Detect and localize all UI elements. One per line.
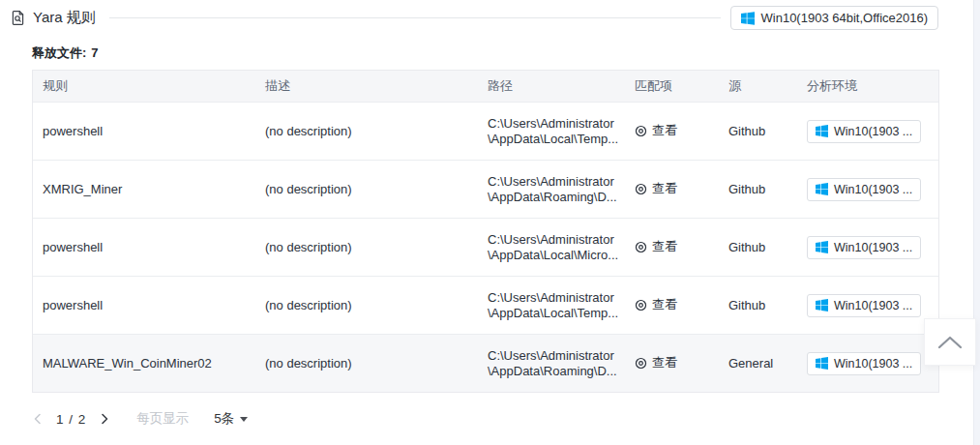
cell-source: Github [728,298,807,312]
view-matches-link[interactable]: 查看 [635,238,677,255]
next-page-button[interactable] [96,409,113,429]
cell-path: C:\Users\Administrator \AppData\Local\Te… [488,116,635,147]
table-header-row: 规则 描述 路径 匹配项 源 分析环境 [33,71,938,102]
cell-rule: powershell [33,298,265,312]
row-environment-badge[interactable]: Win10(1903 ... [807,120,921,143]
table-row: powershell (no description) C:\Users\Adm… [33,276,938,334]
windows-logo-icon [741,12,755,25]
cell-source: General [728,356,807,371]
page-edge-scroll-track[interactable] [973,0,980,445]
released-files: 释放文件:7 [32,44,99,62]
view-matches-link[interactable]: 查看 [635,354,677,371]
cell-description: (no description) [265,240,488,254]
view-matches-link[interactable]: 查看 [635,296,677,313]
cell-description: (no description) [265,356,488,371]
file-search-icon [10,10,26,26]
cell-path: C:\Users\Administrator \AppData\Local\Mi… [488,232,635,263]
previous-page-button[interactable] [29,409,46,429]
back-to-top-button[interactable] [924,318,976,366]
windows-logo-icon [816,183,828,195]
column-header-description: 描述 [265,77,488,95]
cell-path: C:\Users\Administrator \AppData\Roaming\… [488,174,635,205]
windows-logo-icon [816,299,828,312]
per-page-label: 每页显示 [136,410,189,428]
cell-source: Github [728,182,807,196]
yara-rules-table: 规则 描述 路径 匹配项 源 分析环境 powershell (no descr… [32,70,939,393]
windows-logo-icon [816,125,828,137]
released-files-count: 7 [91,45,98,60]
cell-source: Github [728,124,807,138]
column-header-path: 路径 [488,78,635,94]
eye-circle-icon [635,299,647,312]
table-row: powershell (no description) C:\Users\Adm… [33,102,938,160]
table-row: powershell (no description) C:\Users\Adm… [33,218,938,276]
eye-circle-icon [635,125,647,137]
chevron-right-icon [99,412,110,426]
row-environment-badge[interactable]: Win10(1903 ... [807,352,921,375]
table-row: XMRIG_Miner (no description) C:\Users\Ad… [33,160,938,218]
row-environment-badge[interactable]: Win10(1903 ... [807,236,921,259]
cell-description: (no description) [265,124,488,138]
environment-badge[interactable]: Win10(1903 64bit,Office2016) [730,6,938,30]
chevron-up-icon [936,335,964,350]
environment-badge-label: Win10(1903 64bit,Office2016) [761,11,928,25]
windows-logo-icon [816,357,828,370]
yara-rules-panel: Yara 规则 Win10(1903 64bit,Office2016) 释放文… [0,0,980,445]
row-environment-badge[interactable]: Win10(1903 ... [807,294,921,317]
cell-rule: powershell [33,240,265,254]
eye-circle-icon [635,357,647,370]
column-header-environment: 分析环境 [807,77,938,95]
column-header-matches: 匹配项 [635,77,728,95]
page-size-dropdown[interactable]: 5条 [214,410,248,428]
cell-description: (no description) [265,298,488,312]
page-indicator: 1 / 2 [56,412,86,427]
section-header: Yara 规则 Win10(1903 64bit,Office2016) [10,5,938,31]
cell-rule: powershell [33,124,265,138]
page-title: Yara 规则 [33,9,96,27]
column-header-source: 源 [728,77,807,95]
page-size-value: 5条 [214,410,234,428]
cell-description: (no description) [265,182,488,196]
cell-rule: MALWARE_Win_CoinMiner02 [33,356,265,371]
eye-circle-icon [635,183,647,195]
caret-down-icon [240,417,248,422]
chevron-left-icon [32,412,44,426]
column-header-rule: 规则 [33,77,265,95]
header-divider [109,17,721,18]
cell-path: C:\Users\Administrator \AppData\Local\Te… [488,290,635,321]
windows-logo-icon [816,241,828,253]
released-files-label: 释放文件: [32,45,86,60]
cell-rule: XMRIG_Miner [33,182,265,196]
view-matches-link[interactable]: 查看 [635,122,677,139]
table-row: MALWARE_Win_CoinMiner02 (no description)… [33,334,938,392]
cell-source: Github [728,240,807,254]
row-environment-badge[interactable]: Win10(1903 ... [807,178,921,201]
eye-circle-icon [635,241,647,253]
view-matches-link[interactable]: 查看 [635,180,677,197]
cell-path: C:\Users\Administrator \AppData\Roaming\… [488,348,635,379]
pagination: 1 / 2 每页显示 5条 [29,406,248,431]
